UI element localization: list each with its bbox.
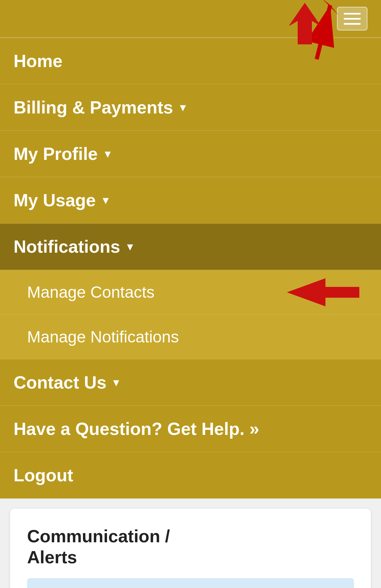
left-arrow-annotation xyxy=(286,277,361,308)
nav-item-notifications[interactable]: Notifications ▾ xyxy=(0,224,381,270)
hamburger-line-2 xyxy=(344,18,361,20)
hamburger-button[interactable] xyxy=(337,7,367,30)
nav-item-help[interactable]: Have a Question? Get Help. » xyxy=(0,406,381,452)
nav-item-myusage[interactable]: My Usage ▾ xyxy=(0,177,381,224)
nav-item-myprofile[interactable]: My Profile ▾ xyxy=(0,131,381,177)
myprofile-chevron-icon: ▾ xyxy=(105,147,111,161)
contactus-chevron-icon: ▾ xyxy=(113,375,119,390)
nav-menu: Home Billing & Payments ▾ My Profile ▾ M… xyxy=(0,37,381,499)
nav-item-home[interactable]: Home xyxy=(0,38,381,84)
svg-marker-2 xyxy=(322,0,339,15)
content-area: Communication /Alerts Autopay is availab… xyxy=(10,509,371,588)
nav-item-billing[interactable]: Billing & Payments ▾ xyxy=(0,84,381,131)
hamburger-line-3 xyxy=(344,23,361,25)
nav-sub-item-manage-contacts[interactable]: Manage Contacts xyxy=(0,270,381,315)
hamburger-line-1 xyxy=(344,13,361,15)
nav-item-logout[interactable]: Logout xyxy=(0,452,381,499)
myusage-chevron-icon: ▾ xyxy=(103,193,109,207)
svg-marker-4 xyxy=(288,279,359,306)
content-title: Communication /Alerts xyxy=(27,526,354,568)
billing-chevron-icon: ▾ xyxy=(180,100,186,114)
nav-sub-item-manage-notifications[interactable]: Manage Notifications xyxy=(0,315,381,359)
notifications-submenu: Manage Contacts Manage Notifications xyxy=(0,270,381,359)
alert-box: Autopay is available under the Billings … xyxy=(27,578,354,588)
nav-item-contactus[interactable]: Contact Us ▾ xyxy=(0,359,381,406)
top-bar xyxy=(0,0,381,37)
notifications-chevron-icon: ▾ xyxy=(127,239,133,254)
